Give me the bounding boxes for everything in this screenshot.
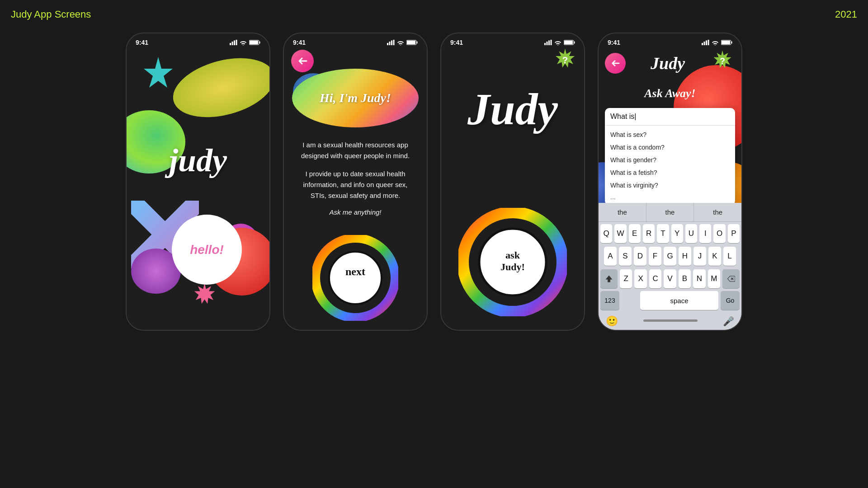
key-v[interactable]: V	[664, 269, 676, 288]
svg-rect-0	[230, 43, 231, 45]
help-starburst-3[interactable]: ?	[552, 48, 579, 77]
kb-suggestion-2[interactable]: the	[646, 203, 694, 221]
keyboard-bottom-row: 123 space Go	[599, 290, 741, 314]
svg-rect-27	[564, 41, 573, 44]
svg-rect-22	[544, 43, 546, 45]
svg-text:?: ?	[562, 55, 568, 65]
key-o[interactable]: O	[713, 224, 725, 243]
key-q[interactable]: Q	[600, 224, 612, 243]
kb-suggestion-1[interactable]: the	[599, 203, 646, 221]
judy-title-1: judy	[136, 142, 260, 179]
key-w[interactable]: W	[614, 224, 626, 243]
hello-text: hello!	[190, 243, 224, 257]
judy-title-3: Judy	[446, 83, 580, 135]
phone-2-screen: 9:41 Hi, I'm Judy!	[284, 33, 427, 330]
signal-icon-4	[702, 40, 709, 45]
phone-3-screen: 9:41 ? Judy	[441, 33, 584, 330]
battery-icon-4	[721, 40, 732, 45]
suggestion-1[interactable]: What is sex?	[605, 128, 735, 141]
greeting-text-2: Hi, I'm Judy!	[320, 91, 391, 105]
svg-rect-28	[574, 42, 575, 44]
battery-icon-1	[249, 40, 260, 45]
rainbow-donut-2: next	[312, 235, 398, 321]
signal-icon-2	[387, 40, 395, 45]
key-h[interactable]: H	[679, 247, 691, 266]
app-title-4: Judy	[651, 53, 685, 73]
key-l[interactable]: L	[723, 247, 736, 266]
svg-rect-39	[708, 40, 709, 45]
svg-text:Judy!: Judy!	[500, 261, 525, 272]
key-a[interactable]: A	[604, 247, 617, 266]
mic-icon[interactable]: 🎤	[723, 316, 734, 327]
keyboard-suggestions-4: the the the	[599, 203, 741, 222]
rainbow-donut-3: ask Judy!	[458, 208, 567, 316]
key-s[interactable]: S	[619, 247, 632, 266]
suggestion-5[interactable]: What is virginity?	[605, 179, 735, 192]
svg-rect-6	[259, 42, 260, 44]
key-e[interactable]: E	[629, 224, 641, 243]
key-n[interactable]: N	[693, 269, 705, 288]
svg-rect-23	[547, 42, 548, 45]
back-button-4[interactable]	[605, 53, 626, 74]
key-f[interactable]: F	[649, 247, 661, 266]
intro-text-2: I am a sexual health resources app desig…	[295, 140, 415, 216]
key-shift[interactable]	[600, 269, 618, 288]
kb-suggestion-3[interactable]: the	[694, 203, 741, 221]
keyboard-row-1: Q W E R T Y U I O P	[599, 222, 741, 244]
key-d[interactable]: D	[634, 247, 646, 266]
back-button-2[interactable]	[291, 50, 314, 72]
key-backspace[interactable]	[722, 269, 740, 288]
svg-rect-24	[548, 41, 550, 46]
status-icons-2	[387, 40, 418, 45]
key-z[interactable]: Z	[620, 269, 632, 288]
key-i[interactable]: I	[699, 224, 711, 243]
wifi-icon-4	[712, 40, 719, 45]
svg-rect-36	[702, 43, 703, 45]
wifi-icon-3	[554, 40, 561, 45]
key-g[interactable]: G	[664, 247, 676, 266]
svg-rect-41	[722, 41, 730, 44]
key-j[interactable]: J	[693, 247, 706, 266]
key-k[interactable]: K	[708, 247, 721, 266]
status-time-2: 9:41	[293, 39, 306, 46]
search-dropdown-4: What is sex? What is a condom? What is g…	[605, 108, 735, 205]
phones-container: 9:41 judy	[27, 33, 841, 470]
ask-away-title-4: Ask Away!	[599, 87, 741, 100]
page-title: Judy App Screens	[11, 9, 91, 20]
help-starburst-4[interactable]: ?	[710, 50, 735, 77]
key-p[interactable]: P	[728, 224, 740, 243]
status-icons-3	[544, 40, 575, 45]
search-input-box-4[interactable]	[605, 108, 735, 126]
key-t[interactable]: T	[657, 224, 669, 243]
phone-2: 9:41 Hi, I'm Judy!	[283, 33, 428, 331]
key-space[interactable]: space	[640, 291, 718, 310]
shift-icon	[605, 275, 613, 283]
phone-1-screen: 9:41 judy	[127, 33, 269, 330]
key-y[interactable]: Y	[671, 224, 683, 243]
search-suggestions-4: What is sex? What is a condom? What is g…	[605, 126, 735, 205]
key-b[interactable]: B	[679, 269, 691, 288]
key-r[interactable]: R	[643, 224, 655, 243]
greeting-oval-2: Hi, I'm Judy!	[292, 69, 419, 127]
key-go[interactable]: Go	[721, 291, 740, 310]
keyboard-row-3-keys: Z X C V B N M	[620, 269, 720, 288]
svg-rect-3	[236, 40, 237, 45]
key-u[interactable]: U	[685, 224, 697, 243]
suggestion-2[interactable]: What is a condom?	[605, 141, 735, 154]
svg-text:ask: ask	[505, 249, 520, 261]
key-x[interactable]: X	[634, 269, 646, 288]
suggestion-3[interactable]: What is gender?	[605, 154, 735, 166]
phone-1: 9:41 judy	[126, 33, 270, 331]
status-bar-3: 9:41	[441, 33, 584, 50]
key-m[interactable]: M	[708, 269, 720, 288]
svg-rect-13	[391, 41, 392, 46]
signal-icon-3	[544, 40, 552, 45]
key-c[interactable]: C	[649, 269, 661, 288]
key-num[interactable]: 123	[600, 291, 619, 310]
pink-starburst-1	[190, 282, 219, 312]
donut-svg-2: next	[312, 235, 398, 321]
emoji-icon[interactable]: 🙂	[606, 315, 618, 327]
search-input-4[interactable]	[610, 113, 730, 121]
suggestion-4[interactable]: What is a fetish?	[605, 166, 735, 179]
svg-marker-7	[144, 57, 173, 88]
